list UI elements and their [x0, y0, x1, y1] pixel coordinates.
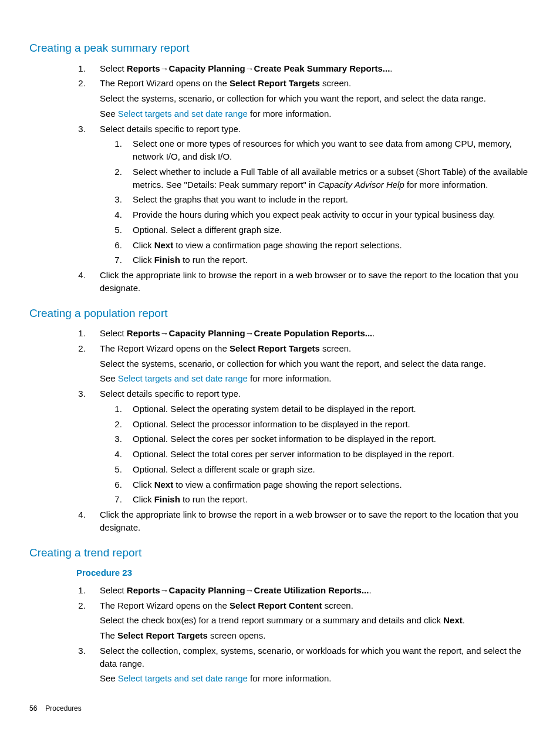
text: Select the collection, complex, systems,… [100, 646, 521, 669]
text: screen. [322, 600, 353, 610]
list-item: Select whether to include a Full Table o… [124, 166, 531, 191]
list-item: Select one or more types of resources fo… [124, 137, 531, 163]
peak-step-3: Select details specific to report type. … [88, 123, 531, 267]
trend-steps: Select Reports→Capacity Planning→Create … [29, 584, 531, 685]
procedure-number: Procedure 23 [76, 566, 531, 579]
heading-population: Creating a population report [29, 305, 531, 322]
list-item: Provide the hours during which you expec… [124, 208, 531, 221]
text: . [369, 585, 371, 595]
list-item: Click Next to view a confirmation page s… [124, 478, 531, 491]
text: Select the check box(es) for a trend rep… [100, 614, 531, 627]
heading-trend: Creating a trend report [29, 545, 531, 561]
text: Select details specific to report type. [100, 124, 241, 134]
link-select-targets[interactable]: Select targets and set date range [118, 109, 248, 119]
heading-peak-summary: Creating a peak summary report [29, 40, 531, 56]
screen-name: Select Report Content [230, 600, 322, 610]
menu-path: Reports→Capacity Planning→Create Peak Su… [127, 63, 390, 73]
text: . [390, 63, 392, 73]
menu-path: Reports→Capacity Planning→Create Populat… [127, 328, 372, 338]
peak-substeps: Select one or more types of resources fo… [100, 137, 531, 266]
text: screen. [320, 78, 351, 88]
trend-step-2: The Report Wizard opens on the Select Re… [88, 599, 531, 642]
peak-steps: Select Reports→Capacity Planning→Create … [29, 62, 531, 295]
trend-step-1: Select Reports→Capacity Planning→Create … [88, 584, 531, 597]
text: screen. [320, 343, 351, 353]
list-item: Optional. Select a different scale or gr… [124, 463, 531, 476]
text: Select [100, 328, 127, 338]
population-step-3: Select details specific to report type. … [88, 387, 531, 506]
screen-name: Select Report Targets [230, 343, 320, 353]
list-item: Optional. Select the operating system de… [124, 403, 531, 416]
page-number: 56 [29, 704, 37, 713]
population-steps: Select Reports→Capacity Planning→Create … [29, 327, 531, 534]
see-link-line: See Select targets and set date range fo… [100, 107, 531, 120]
link-select-targets[interactable]: Select targets and set date range [118, 373, 248, 383]
text: The Report Wizard opens on the [100, 600, 230, 610]
list-item: Optional. Select the total cores per ser… [124, 448, 531, 461]
text: The Select Report Targets screen opens. [100, 629, 531, 642]
text: . [372, 328, 375, 338]
population-step-4: Click the appropriate link to browse the… [88, 508, 531, 534]
text: Select [100, 585, 127, 595]
text: Select [100, 63, 127, 73]
text: Select the systems, scenario, or collect… [100, 92, 531, 105]
population-substeps: Optional. Select the operating system de… [100, 403, 531, 506]
text: Select details specific to report type. [100, 389, 241, 399]
menu-path: Reports→Capacity Planning→Create Utiliza… [127, 585, 369, 595]
list-item: Optional. Select the processor informati… [124, 418, 531, 431]
text: Select the systems, scenario, or collect… [100, 357, 531, 370]
screen-name: Select Report Targets [230, 78, 320, 88]
see-link-line: See Select targets and set date range fo… [100, 372, 531, 385]
text: The Report Wizard opens on the [100, 343, 230, 353]
list-item: Click Next to view a confirmation page s… [124, 239, 531, 252]
list-item: Optional. Select the cores per socket in… [124, 433, 531, 445]
peak-step-1: Select Reports→Capacity Planning→Create … [88, 62, 531, 75]
text: The Report Wizard opens on the [100, 78, 230, 88]
footer-section: Procedures [45, 704, 81, 713]
population-step-1: Select Reports→Capacity Planning→Create … [88, 327, 531, 340]
list-item: Optional. Select a different graph size. [124, 224, 531, 237]
trend-step-3: Select the collection, complex, systems,… [88, 644, 531, 685]
peak-step-4: Click the appropriate link to browse the… [88, 269, 531, 295]
list-item: Click Finish to run the report. [124, 493, 531, 506]
peak-step-2: The Report Wizard opens on the Select Re… [88, 77, 531, 120]
page-footer: 56Procedures [29, 704, 531, 714]
list-item: Select the graphs that you want to inclu… [124, 193, 531, 206]
link-select-targets[interactable]: Select targets and set date range [118, 673, 248, 683]
population-step-2: The Report Wizard opens on the Select Re… [88, 342, 531, 385]
see-link-line: See Select targets and set date range fo… [100, 672, 531, 685]
list-item: Click Finish to run the report. [124, 254, 531, 266]
